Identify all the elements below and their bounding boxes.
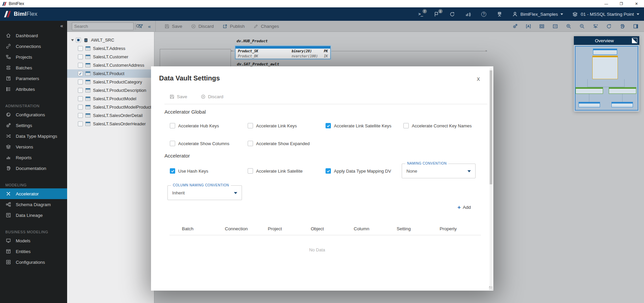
column-header-column[interactable]: Column bbox=[354, 226, 397, 231]
dialog-scrollbar[interactable] bbox=[490, 68, 492, 288]
sidebar-item-documentation[interactable]: Documentation bbox=[0, 163, 67, 174]
checkbox-box[interactable] bbox=[326, 168, 331, 174]
checkbox-box[interactable] bbox=[326, 123, 331, 128]
column-header-property[interactable]: Property bbox=[440, 226, 483, 231]
sidebar-item-reports[interactable]: Reports bbox=[0, 152, 67, 163]
explorer-collapse-icon[interactable]: « bbox=[148, 23, 151, 29]
sidebar-item-parameters[interactable]: Parameters bbox=[0, 73, 67, 84]
account-selector[interactable]: BimlFlex_Samples bbox=[512, 11, 563, 17]
zoom-out-icon[interactable] bbox=[579, 23, 585, 29]
tree-item-checkbox[interactable] bbox=[78, 121, 83, 126]
checkbox-box[interactable] bbox=[170, 141, 175, 146]
tree-root-awlt-src[interactable]: AWLT_SRC bbox=[67, 36, 154, 44]
tree-item-saleslt-customer[interactable]: SalesLT.Customer bbox=[67, 53, 154, 61]
print-icon[interactable] bbox=[620, 23, 625, 29]
checkbox-box[interactable] bbox=[248, 168, 253, 174]
sidebar-item-data-type-mappings[interactable]: Data Type Mappings bbox=[0, 131, 67, 141]
sidebar-item-batches[interactable]: Batches bbox=[0, 62, 67, 73]
tree-item-checkbox[interactable] bbox=[78, 105, 83, 110]
overview-header[interactable]: Overview bbox=[574, 36, 639, 45]
tree-item-saleslt-address[interactable]: SalesLT.Address bbox=[67, 44, 154, 53]
tree-item-checkbox[interactable] bbox=[78, 88, 83, 93]
tree-item-saleslt-customeraddress[interactable]: SalesLT.CustomerAddress bbox=[67, 61, 154, 69]
tree-expand-caret-icon[interactable] bbox=[71, 39, 74, 41]
dialog-discard-button[interactable]: Discard bbox=[201, 94, 224, 99]
checkbox-accelerate-show-expanded[interactable]: Accelerate Show Expanded bbox=[248, 140, 326, 146]
naming-convention-select[interactable]: NAMING CONVENTION None bbox=[402, 164, 476, 178]
checkbox-box[interactable] bbox=[170, 168, 175, 174]
sidebar-item-configurations[interactable]: Configurations bbox=[0, 109, 67, 120]
column-naming-convention-select[interactable]: COLUMN NAMING CONVENTION Inherit bbox=[167, 185, 242, 200]
settings-gears-icon[interactable] bbox=[512, 23, 518, 29]
tree-item-checkbox[interactable] bbox=[78, 46, 83, 51]
sidebar-item-attributes[interactable]: Attributes bbox=[0, 84, 67, 95]
minimize-button[interactable]: — bbox=[599, 0, 614, 7]
help-button[interactable]: ? bbox=[481, 11, 487, 17]
hub-product-table[interactable]: Product_SKbinary(20)PKProduct_BKnvarchar… bbox=[235, 46, 331, 59]
sidebar-item-dashboard[interactable]: Dashboard bbox=[0, 30, 67, 41]
overview-collapse-icon[interactable] bbox=[632, 38, 638, 44]
checkbox-use-hash-keys[interactable]: Use Hash Keys bbox=[170, 168, 248, 174]
tree-item-saleslt-productcategory[interactable]: SalesLT.ProductCategory bbox=[67, 78, 154, 86]
tree-item-saleslt-productdescription[interactable]: SalesLT.ProductDescription bbox=[67, 86, 154, 95]
column-header-setting[interactable]: Setting bbox=[397, 226, 440, 231]
column-header-batch[interactable]: Batch bbox=[182, 226, 225, 231]
tree-root-checkbox[interactable] bbox=[76, 38, 81, 43]
filter-icon[interactable] bbox=[138, 24, 143, 29]
dialog-resize-handle[interactable] bbox=[489, 286, 493, 290]
checkbox-box[interactable] bbox=[248, 141, 253, 146]
refresh-icon[interactable] bbox=[606, 23, 612, 29]
tree-item-saleslt-salesorderdetail[interactable]: SalesLT.SalesOrderDetail bbox=[67, 111, 154, 120]
publish-button[interactable]: Publish bbox=[222, 24, 245, 29]
checkbox-box[interactable] bbox=[248, 123, 253, 128]
checkbox-box[interactable] bbox=[403, 123, 409, 128]
checkbox-accelerate-link-keys[interactable]: Accelerate Link Keys bbox=[248, 123, 326, 129]
tree-item-checkbox[interactable] bbox=[78, 79, 83, 84]
overview-minimap[interactable] bbox=[574, 45, 639, 112]
monitoring-button[interactable] bbox=[465, 11, 472, 17]
sidebar-collapse-icon[interactable]: « bbox=[60, 23, 63, 28]
discard-button[interactable]: Discard bbox=[191, 24, 214, 29]
frame-icon[interactable] bbox=[539, 23, 545, 29]
column-header-connection[interactable]: Connection bbox=[225, 226, 268, 231]
column-header-object[interactable]: Object bbox=[311, 226, 354, 231]
sidebar-item-accelerator[interactable]: Accelerator bbox=[0, 188, 67, 199]
maximize-button[interactable]: ❐ bbox=[614, 0, 629, 7]
connection-selector[interactable]: 01 - MSSQL Starting Point bbox=[572, 11, 639, 17]
tree-item-checkbox[interactable] bbox=[78, 113, 83, 118]
dialog-scrollbar-thumb[interactable] bbox=[490, 70, 492, 184]
tree-item-saleslt-productmodelproductdes[interactable]: SalesLT.ProductModelProductDes. bbox=[67, 103, 154, 111]
tree-item-checkbox[interactable] bbox=[78, 96, 83, 101]
tree-item-saleslt-salesorderheader[interactable]: SalesLT.SalesOrderHeader bbox=[67, 120, 154, 128]
checkbox-accelerate-hub-keys[interactable]: Accelerate Hub Keys bbox=[170, 123, 248, 129]
sidebar-item-data-lineage[interactable]: Data Lineage bbox=[0, 210, 67, 221]
sidebar-item-versions[interactable]: Versions bbox=[0, 141, 67, 152]
zoom-100-icon[interactable]: 100 bbox=[552, 23, 558, 29]
tree-item-checkbox[interactable] bbox=[78, 63, 83, 68]
close-window-button[interactable]: ✕ bbox=[629, 0, 644, 7]
sidebar-item-connections[interactable]: Connections bbox=[0, 41, 67, 52]
column-header-project[interactable]: Project bbox=[268, 226, 311, 231]
sidebar-item-entities[interactable]: Entities bbox=[0, 246, 67, 257]
checkbox-accelerate-correct-key-names[interactable]: Accelerate Correct Key Names bbox=[403, 123, 481, 129]
checkbox-accelerate-show-columns[interactable]: Accelerate Show Columns bbox=[170, 140, 248, 146]
database-button[interactable] bbox=[496, 11, 503, 17]
sync-button[interactable] bbox=[449, 11, 456, 17]
checkbox-apply-data-type-mapping-dv[interactable]: Apply Data Type Mapping DV bbox=[326, 168, 403, 174]
checkbox-box[interactable] bbox=[170, 123, 175, 128]
sidebar-item-configurations[interactable]: Configurations bbox=[0, 257, 67, 267]
save-button[interactable]: Save bbox=[164, 24, 182, 29]
changes-button[interactable]: Changes bbox=[253, 24, 279, 29]
console-button[interactable]: >_7 bbox=[417, 11, 424, 17]
zoom-in-icon[interactable] bbox=[566, 23, 572, 29]
sidebar-item-models[interactable]: Models bbox=[0, 235, 67, 246]
tree-item-saleslt-product[interactable]: ✓SalesLT.Product bbox=[67, 69, 154, 78]
checkbox-accelerate-link-satellite[interactable]: Accelerate Link Satellite bbox=[248, 168, 326, 174]
add-override-button[interactable]: + Add bbox=[457, 204, 471, 210]
tree-item-checkbox[interactable] bbox=[78, 54, 83, 59]
sidebar-item-schema-diagram[interactable]: Schema Diagram bbox=[0, 199, 67, 210]
sidebar-item-projects[interactable]: Projects bbox=[0, 52, 67, 62]
sidebar-item-settings[interactable]: Settings bbox=[0, 120, 67, 131]
dialog-close-button[interactable]: X bbox=[477, 76, 480, 82]
dialog-save-button[interactable]: Save bbox=[169, 94, 187, 99]
